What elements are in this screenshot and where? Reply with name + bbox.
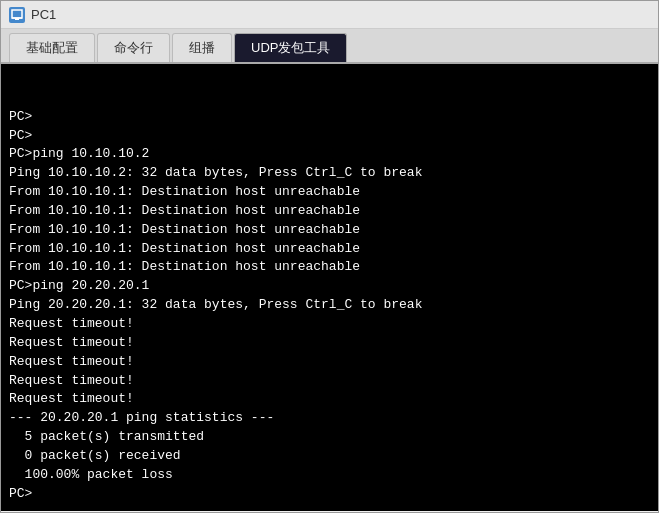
terminal-line: From 10.10.10.1: Destination host unreac… bbox=[9, 202, 650, 221]
window: PC1 基础配置 命令行 组播 UDP发包工具 PC>PC>PC>ping 10… bbox=[0, 0, 659, 513]
window-title: PC1 bbox=[31, 7, 56, 22]
terminal-line: Request timeout! bbox=[9, 353, 650, 372]
window-icon bbox=[9, 7, 25, 23]
tab-multicast[interactable]: 组播 bbox=[172, 33, 232, 62]
terminal-line: PC>ping 20.20.20.1 bbox=[9, 277, 650, 296]
terminal-line: PC> bbox=[9, 485, 650, 504]
terminal-line: Request timeout! bbox=[9, 334, 650, 353]
terminal-line: PC> bbox=[9, 108, 650, 127]
tab-basic-config[interactable]: 基础配置 bbox=[9, 33, 95, 62]
terminal[interactable]: PC>PC>PC>ping 10.10.10.2Ping 10.10.10.2:… bbox=[1, 64, 658, 511]
terminal-line: From 10.10.10.1: Destination host unreac… bbox=[9, 258, 650, 277]
terminal-line: Request timeout! bbox=[9, 390, 650, 409]
tab-bar: 基础配置 命令行 组播 UDP发包工具 bbox=[1, 29, 658, 64]
terminal-line: From 10.10.10.1: Destination host unreac… bbox=[9, 221, 650, 240]
terminal-line: Ping 10.10.10.2: 32 data bytes, Press Ct… bbox=[9, 164, 650, 183]
terminal-line: From 10.10.10.1: Destination host unreac… bbox=[9, 240, 650, 259]
terminal-line: Request timeout! bbox=[9, 315, 650, 334]
terminal-line: PC> bbox=[9, 127, 650, 146]
terminal-line: Request timeout! bbox=[9, 372, 650, 391]
svg-rect-2 bbox=[15, 18, 19, 20]
title-bar: PC1 bbox=[1, 1, 658, 29]
terminal-line: 0 packet(s) received bbox=[9, 447, 650, 466]
terminal-line: --- 20.20.20.1 ping statistics --- bbox=[9, 409, 650, 428]
terminal-line: 100.00% packet loss bbox=[9, 466, 650, 485]
terminal-line: 5 packet(s) transmitted bbox=[9, 428, 650, 447]
tab-command-line[interactable]: 命令行 bbox=[97, 33, 170, 62]
svg-rect-0 bbox=[12, 10, 22, 18]
tab-udp-tool[interactable]: UDP发包工具 bbox=[234, 33, 347, 62]
terminal-line: PC>ping 10.10.10.2 bbox=[9, 145, 650, 164]
terminal-line: Ping 20.20.20.1: 32 data bytes, Press Ct… bbox=[9, 296, 650, 315]
terminal-line: From 10.10.10.1: Destination host unreac… bbox=[9, 183, 650, 202]
